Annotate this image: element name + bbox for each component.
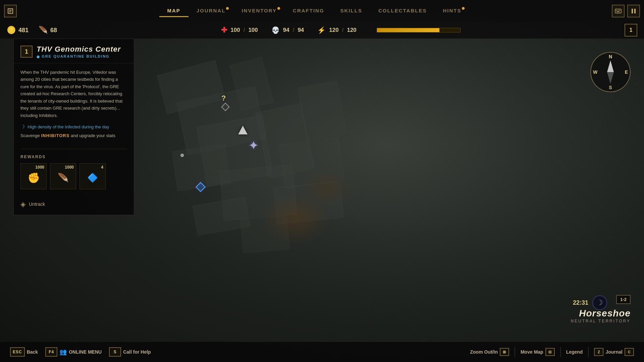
sep-2 (560, 347, 561, 357)
immunity-stat: 💀 94 / 94 (271, 26, 304, 34)
quest-log-button[interactable] (4, 5, 17, 17)
online-label: ONLINE MENU (69, 349, 102, 355)
tab-journal[interactable]: JOURNAL (189, 5, 234, 17)
top-navigation: MAP JOURNAL INVENTORY CRAFTING SKILLS CO… (0, 0, 644, 22)
immunity-sep: / (293, 27, 294, 34)
inhibitors-text: INHIBITORS (41, 133, 69, 138)
legend-label: Legend (566, 349, 583, 355)
nav-right-icons (608, 5, 644, 17)
bottom-left-actions: ESC Back F4 👥 ONLINE MENU S Call for Hel… (0, 347, 166, 357)
player-position: ✦ (248, 139, 259, 152)
untrack-label: Untrack (29, 201, 45, 207)
feather-stat: 🪶 68 (39, 26, 57, 35)
compass-south: S (609, 85, 612, 90)
svg-rect-12 (634, 9, 636, 13)
journal-action: Z Journal C (594, 348, 634, 356)
tab-skills[interactable]: SKILLS (332, 5, 370, 17)
immunity-current: 94 (283, 27, 289, 34)
rewards-list: 1000 ✊ 1000 🪶 4 🔷 (14, 163, 134, 189)
stats-center: ✚ 100 / 100 💀 94 / 94 ⚡ 120 / 120 (67, 26, 614, 35)
s-key[interactable]: S (109, 347, 121, 357)
sep-1 (515, 347, 515, 357)
hints-notification-dot (462, 7, 465, 10)
side-marker[interactable]: ⊕ (180, 153, 184, 158)
svg-rect-6 (615, 9, 621, 13)
journal-notification-dot (226, 7, 229, 10)
zone-indicator: 1-2 Horseshoe NEUTRAL TERRITORY (571, 295, 631, 323)
nav-left-icons (0, 5, 21, 17)
health-icon: ✚ (221, 26, 227, 35)
unknown-marker[interactable]: ? (221, 94, 226, 103)
zone-badge: 1-2 (616, 295, 631, 304)
move-action: Move Map ⊟ (521, 348, 555, 356)
panel-subtitle: GRE QUARANTINE BUILDING (37, 54, 121, 58)
bottom-right-actions: Zoom Out/In ⊞ Move Map ⊟ Legend Z Journa… (460, 347, 644, 357)
reward-count-2: 1000 (65, 165, 74, 170)
stamina-sep: / (342, 27, 344, 34)
keyboard-button[interactable] (612, 5, 625, 17)
svg-rect-11 (632, 9, 633, 13)
compass-west: W (593, 69, 597, 75)
rewards-title: REWARDS (14, 155, 134, 159)
esc-key[interactable]: ESC (10, 347, 25, 357)
panel-title-block: THV Genomics Center GRE QUARANTINE BUILD… (37, 45, 121, 58)
inventory-notification-dot (277, 7, 280, 10)
level-badge: 1 (625, 24, 637, 37)
f4-group: F4 👥 ONLINE MENU (45, 347, 107, 357)
move-key[interactable]: ⊟ (545, 348, 555, 356)
panel-divider (20, 149, 127, 149)
stamina-stat: ⚡ 120 / 120 (317, 26, 356, 34)
svg-rect-7 (616, 10, 617, 11)
z-key[interactable]: Z (594, 348, 603, 356)
panel-number: 1 (20, 46, 33, 58)
tab-crafting[interactable]: CRAFTING (285, 5, 332, 17)
panel-scavenge: Scavenge INHIBITORS and upgrade your sta… (20, 133, 127, 138)
compass: N S E W (590, 52, 631, 92)
health-stat: ✚ 100 / 100 (221, 26, 258, 35)
reward-item-2: 1000 🪶 (50, 163, 76, 189)
journal-action-label: Journal (605, 349, 623, 355)
compass-north: N (609, 54, 612, 59)
panel-warning: High density of the Infected during the … (20, 124, 127, 130)
reward-item-1: 1000 ✊ (20, 163, 47, 189)
pause-button[interactable] (627, 5, 640, 17)
feather-value: 68 (50, 27, 57, 34)
tab-map[interactable]: MAP (159, 5, 189, 17)
move-label: Move Map (521, 349, 543, 355)
panel-title: THV Genomics Center (37, 45, 121, 54)
level-value: 1 (630, 27, 633, 33)
compass-rose (599, 60, 622, 84)
bottom-bar: ESC Back F4 👥 ONLINE MENU S Call for Hel… (0, 342, 644, 362)
gold-stat: 🪙 481 (7, 26, 29, 35)
c-key[interactable]: C (625, 348, 634, 356)
info-panel: 1 THV Genomics Center GRE QUARANTINE BUI… (13, 39, 134, 215)
xp-bar (377, 28, 461, 33)
zone-type: NEUTRAL TERRITORY (571, 319, 631, 323)
compass-circle: N S E W (590, 52, 631, 92)
health-current: 100 (230, 27, 240, 34)
zoom-key[interactable]: ⊞ (500, 348, 509, 356)
untrack-button[interactable]: Untrack (14, 196, 134, 208)
tab-hints[interactable]: HINTS (435, 5, 469, 17)
svg-rect-9 (619, 10, 620, 11)
panel-body: When the THV pandemic hit Europe, Villed… (14, 63, 134, 143)
feather-icon: 🪶 (39, 26, 48, 35)
immunity-max: 94 (298, 27, 304, 34)
panel-description: When the THV pandemic hit Europe, Villed… (20, 69, 127, 119)
compass-arrow-south (607, 72, 614, 84)
health-max: 100 (248, 27, 258, 34)
compass-east: E (625, 69, 628, 75)
zone-name: Horseshoe (571, 308, 631, 319)
reward-icon-3: 🔷 (87, 173, 98, 183)
reward-icon-2: 🪶 (58, 173, 68, 183)
gold-icon: 🪙 (7, 26, 16, 35)
f4-key[interactable]: F4 (45, 347, 57, 357)
panel-header: 1 THV Genomics Center GRE QUARANTINE BUI… (14, 39, 134, 63)
sep-3 (588, 347, 589, 357)
tab-inventory[interactable]: INVENTORY (233, 5, 285, 17)
s-group: S Call for Help (109, 347, 156, 357)
stamina-icon: ⚡ (317, 26, 326, 34)
zoom-label: Zoom Out/In (470, 349, 498, 355)
tab-collectables[interactable]: COLLECTABLES (370, 5, 435, 17)
legend-action: Legend (566, 349, 583, 355)
